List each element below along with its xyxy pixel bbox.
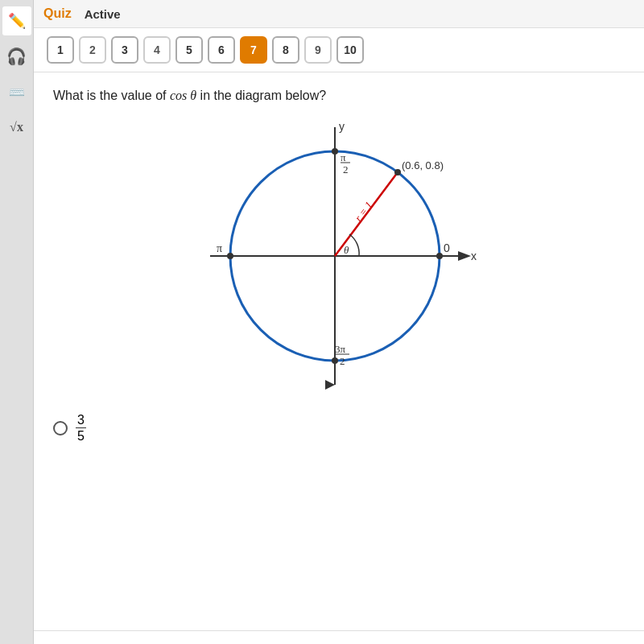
content-area: What is the value of cos θ in the diagra… bbox=[34, 72, 644, 630]
pi-over-2-denom: 2 bbox=[343, 163, 349, 175]
pencil-icon[interactable]: ✏️ bbox=[2, 6, 31, 35]
question-nav-btn-2[interactable]: 2 bbox=[79, 36, 106, 64]
three-pi-over-2-denom: 2 bbox=[340, 355, 345, 367]
quiz-label: Quiz bbox=[43, 6, 72, 21]
fraction-numerator: 3 bbox=[76, 412, 86, 428]
three-pi-over-2-label: 3π bbox=[335, 343, 346, 355]
svg-point-10 bbox=[436, 253, 443, 259]
svg-point-4 bbox=[394, 169, 401, 175]
cos-theta-expression: cos θ bbox=[170, 89, 196, 102]
header: Quiz Active bbox=[34, 0, 644, 28]
pi-over-2-label: π bbox=[341, 151, 346, 163]
pi-label: π bbox=[217, 242, 222, 254]
svg-point-8 bbox=[332, 357, 338, 364]
question-nav-btn-5[interactable]: 5 bbox=[175, 36, 203, 64]
question-nav-btn-9[interactable]: 9 bbox=[304, 36, 332, 64]
active-label: Active bbox=[85, 7, 121, 21]
question-suffix: in the diagram below? bbox=[200, 89, 327, 102]
y-axis-label: y bbox=[339, 120, 345, 133]
question-nav-btn-3[interactable]: 3 bbox=[111, 36, 138, 64]
answer-option-a: 3 5 bbox=[53, 412, 625, 444]
question-text: What is the value of cos θ in the diagra… bbox=[53, 89, 625, 103]
question-nav-btn-8[interactable]: 8 bbox=[272, 36, 299, 64]
zero-label: 0 bbox=[444, 242, 450, 254]
fraction-3-5: 3 5 bbox=[76, 412, 86, 444]
svg-point-7 bbox=[332, 148, 338, 155]
keyboard-icon[interactable]: ⌨️ bbox=[2, 77, 31, 106]
sqrt-icon[interactable]: √x bbox=[2, 113, 31, 142]
radius-label: r = 1 bbox=[352, 199, 374, 223]
svg-point-9 bbox=[227, 253, 233, 259]
theta-label: θ bbox=[344, 244, 349, 256]
sidebar: ✏️ 🎧 ⌨️ √x bbox=[0, 0, 34, 644]
headphone-icon[interactable]: 🎧 bbox=[2, 42, 31, 71]
diagram-container: r = 1 (0.6, 0.8) θ y x π 0 bbox=[53, 119, 625, 393]
question-nav-btn-7[interactable]: 7 bbox=[240, 36, 267, 64]
unit-circle-diagram: r = 1 (0.6, 0.8) θ y x π 0 bbox=[186, 119, 492, 393]
bottom-bar bbox=[34, 630, 644, 644]
main-content: Quiz Active 12345678910 What is the valu… bbox=[34, 0, 644, 644]
question-nav-btn-10[interactable]: 10 bbox=[336, 36, 364, 64]
question-nav-btn-4[interactable]: 4 bbox=[143, 36, 171, 64]
question-prefix: What is the value of bbox=[53, 89, 167, 102]
radio-a[interactable] bbox=[53, 421, 68, 436]
point-label: (0.6, 0.8) bbox=[402, 159, 444, 171]
question-nav-btn-6[interactable]: 6 bbox=[208, 36, 235, 64]
question-nav-btn-1[interactable]: 1 bbox=[47, 36, 74, 64]
question-nav: 12345678910 bbox=[34, 28, 644, 72]
x-axis-label: x bbox=[471, 250, 477, 262]
fraction-denominator: 5 bbox=[76, 428, 86, 444]
